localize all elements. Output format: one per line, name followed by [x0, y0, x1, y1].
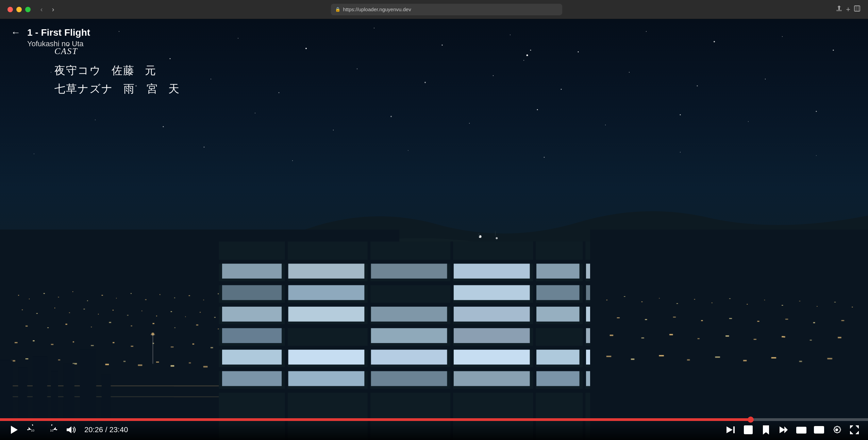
- controls-right: CC: [725, 424, 860, 435]
- add-tab-icon[interactable]: +: [846, 5, 850, 14]
- svg-point-43: [816, 155, 817, 156]
- svg-rect-218: [841, 320, 844, 321]
- svg-point-143: [151, 333, 154, 336]
- bookmark-button[interactable]: [761, 424, 771, 435]
- svg-point-41: [544, 157, 545, 158]
- svg-rect-216: [785, 319, 788, 320]
- svg-rect-52: [72, 291, 73, 292]
- progress-scrubber[interactable]: [748, 417, 754, 423]
- forward-arrow[interactable]: ›: [49, 5, 57, 14]
- svg-rect-103: [91, 345, 94, 346]
- svg-rect-184: [222, 371, 282, 386]
- svg-rect-49: [29, 299, 30, 299]
- svg-rect-235: [799, 361, 802, 362]
- video-title: 1 - First Flight: [27, 27, 90, 38]
- address-bar-container: 🔒 https://uploader.nguyenvu.dev: [57, 4, 836, 15]
- svg-rect-200: [694, 299, 695, 300]
- svg-rect-233: [743, 360, 747, 361]
- svg-rect-153: [368, 241, 370, 440]
- controls-row: 10 10: [0, 421, 868, 440]
- cast-row-2: 七草ナズナ 雨 宮 天: [54, 82, 180, 97]
- skip-forward-icon: 10: [46, 424, 57, 435]
- skip-back-icon: 10: [27, 424, 38, 435]
- close-button[interactable]: [7, 7, 13, 12]
- skip-back-10-button[interactable]: 10: [27, 424, 38, 435]
- svg-point-17: [211, 79, 211, 79]
- svg-rect-50: [44, 293, 45, 294]
- svg-rect-164: [288, 285, 365, 300]
- back-button[interactable]: ←: [11, 28, 20, 37]
- svg-rect-90: [109, 322, 111, 323]
- svg-point-19: [357, 68, 357, 69]
- svg-rect-78: [171, 311, 172, 312]
- svg-point-33: [605, 124, 606, 125]
- svg-rect-117: [58, 359, 60, 360]
- svg-rect-169: [288, 307, 365, 322]
- address-bar[interactable]: 🔒 https://uploader.nguyenvu.dev: [331, 4, 562, 15]
- svg-rect-104: [113, 342, 114, 343]
- svg-rect-125: [189, 362, 191, 363]
- svg-rect-172: [537, 307, 580, 322]
- svg-rect-198: [659, 298, 660, 299]
- svg-rect-174: [222, 328, 282, 343]
- maximize-button[interactable]: [25, 7, 31, 12]
- episode-list-button[interactable]: [743, 424, 754, 435]
- pip-button[interactable]: [814, 424, 824, 435]
- svg-point-29: [333, 130, 334, 130]
- svg-rect-51: [58, 297, 59, 297]
- cast-actor-family-1: 佐藤: [112, 63, 135, 78]
- svg-point-32: [537, 109, 538, 110]
- captions-button[interactable]: CC: [796, 424, 807, 435]
- time-display: 20:26 / 23:40: [84, 425, 128, 434]
- svg-rect-68: [22, 309, 23, 310]
- svg-rect-121: [123, 361, 126, 362]
- svg-rect-187: [454, 371, 530, 386]
- skip-end-button[interactable]: [778, 424, 789, 435]
- svg-text:10: 10: [50, 429, 53, 432]
- back-arrow[interactable]: ‹: [37, 5, 46, 14]
- svg-rect-214: [729, 318, 732, 319]
- settings-button[interactable]: [831, 424, 842, 435]
- svg-rect-160: [454, 264, 530, 279]
- fullscreen-icon: [849, 424, 860, 435]
- svg-rect-53: [87, 300, 88, 301]
- svg-rect-186: [371, 371, 447, 386]
- svg-rect-180: [371, 350, 447, 365]
- svg-rect-155: [533, 241, 536, 440]
- fullscreen-icon[interactable]: [854, 5, 861, 14]
- next-episode-button[interactable]: [725, 424, 736, 435]
- svg-rect-206: [799, 301, 800, 301]
- svg-rect-141: [152, 335, 153, 364]
- city-right: [590, 230, 868, 440]
- svg-rect-202: [729, 298, 731, 299]
- svg-text:CC: CC: [798, 429, 802, 432]
- svg-rect-0: [836, 10, 842, 11]
- svg-rect-105: [131, 346, 133, 347]
- svg-rect-204: [764, 300, 765, 300]
- svg-point-15: [51, 72, 51, 72]
- svg-rect-185: [288, 371, 365, 386]
- share-icon[interactable]: [836, 5, 842, 14]
- svg-point-28: [255, 113, 255, 113]
- fullscreen-button[interactable]: [849, 424, 860, 435]
- svg-rect-102: [72, 341, 74, 342]
- minimize-button[interactable]: [16, 7, 22, 12]
- svg-rect-194: [590, 230, 868, 440]
- svg-rect-211: [645, 319, 647, 320]
- svg-rect-56: [131, 293, 132, 294]
- progress-bar[interactable]: [0, 418, 868, 421]
- lock-icon: 🔒: [335, 7, 340, 12]
- svg-marker-243: [727, 426, 733, 433]
- video-canvas[interactable]: CAST 夜守コウ 佐藤 元 七草ナズナ 雨 宮 天 ← 1 - First F…: [0, 19, 868, 440]
- svg-rect-170: [371, 307, 447, 322]
- video-title-block: 1 - First Flight Yofukashi no Uta: [27, 27, 90, 48]
- svg-rect-209: [852, 307, 853, 307]
- svg-rect-199: [677, 303, 678, 304]
- svg-rect-168: [222, 307, 282, 322]
- browser-chrome: ‹ › 🔒 https://uploader.nguyenvu.dev +: [0, 0, 868, 19]
- skip-forward-10-button[interactable]: 10: [46, 424, 57, 435]
- svg-rect-236: [828, 358, 832, 359]
- controls-left: 10 10: [8, 424, 128, 435]
- play-button[interactable]: [8, 424, 19, 435]
- volume-button[interactable]: [65, 424, 76, 435]
